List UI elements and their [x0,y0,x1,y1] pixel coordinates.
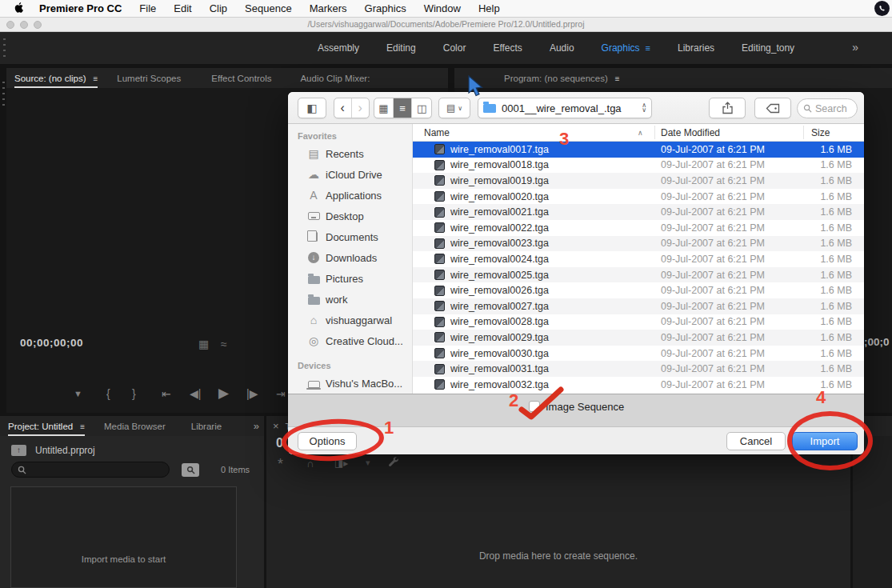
workspace-overflow-chevron-icon[interactable]: » [852,41,857,54]
menu-item-graphics[interactable]: Graphics [356,2,415,14]
file-row[interactable]: wire_removal0025.tga09-Jul-2007 at 6:21 … [413,267,864,283]
file-row[interactable]: wire_removal0031.tga09-Jul-2007 at 6:21 … [413,361,864,377]
file-row[interactable]: wire_removal0023.tga09-Jul-2007 at 6:21 … [413,236,864,252]
menu-item-clip[interactable]: Clip [201,2,236,14]
file-row[interactable]: wire_removal0022.tga09-Jul-2007 at 6:21 … [413,220,864,236]
apple-icon[interactable] [14,2,26,15]
sidebar-item-applications[interactable]: AApplications [288,185,412,206]
mark-in-icon[interactable]: { [106,387,110,400]
sidebar-item-pictures[interactable]: Pictures [288,268,412,289]
import-button[interactable]: Import [792,432,858,450]
step-forward-icon[interactable]: |▶ [246,387,258,400]
options-button[interactable]: Options [298,432,357,450]
column-header-size[interactable]: Size [811,127,830,138]
tags-button[interactable] [754,98,791,118]
file-row[interactable]: wire_removal0026.tga09-Jul-2007 at 6:21 … [413,282,864,298]
menu-item-edit[interactable]: Edit [165,2,200,14]
menu-item-help[interactable]: Help [470,2,509,14]
dialog-search-field[interactable]: Search [797,98,858,118]
cancel-button[interactable]: Cancel [726,432,786,450]
sidebar-item-icloud-drive[interactable]: ☁iCloud Drive [288,164,412,185]
add-marker-icon[interactable]: ▾ [366,458,370,468]
panel-menu-icon[interactable]: ≡ [615,74,620,83]
file-row[interactable]: wire_removal0030.tga09-Jul-2007 at 6:21 … [413,346,864,362]
menu-item-file[interactable]: File [130,2,165,14]
workspace-tab-libraries[interactable]: Libraries [664,42,728,54]
workspace-tab-color[interactable]: Color [430,42,480,54]
workspace-tab-effects[interactable]: Effects [479,42,535,54]
file-row[interactable]: wire_removal0019.tga09-Jul-2007 at 6:21 … [413,173,864,189]
tab-effect-controls[interactable]: Effect Controls [211,74,271,83]
file-row[interactable]: wire_removal0028.tga09-Jul-2007 at 6:21 … [413,314,864,330]
forward-button[interactable]: › [352,98,369,118]
file-row[interactable]: wire_removal0021.tga09-Jul-2007 at 6:21 … [413,204,864,220]
timeline-settings-wrench-icon[interactable] [388,457,399,471]
play-icon[interactable]: ▶ [218,385,229,402]
tab-audio-clip-mixer[interactable]: Audio Clip Mixer: [300,74,370,83]
sidebar-item-vishu-s-macbo[interactable]: Vishu's MacBo... [288,373,412,394]
snap-icon[interactable]: * [278,456,283,473]
workspace-tab-editing[interactable]: Editing [373,42,430,54]
share-button[interactable] [709,98,746,118]
panel-menu-icon[interactable]: ≡ [646,43,650,53]
sidebar-item-downloads[interactable]: ↓Downloads [288,247,412,268]
project-writable-icon[interactable]: ↑ [11,445,26,456]
project-search-input[interactable] [11,462,170,478]
back-button[interactable]: ‹ [334,98,352,118]
go-to-out-icon[interactable]: ⇥ [276,387,286,400]
mark-out-icon[interactable]: } [132,387,136,400]
sidebar-item-documents[interactable]: Documents [288,226,412,247]
linked-selection-icon[interactable]: ◨▸ [334,458,348,469]
image-sequence-checkbox[interactable] [529,401,540,412]
sidebar-item-vishuaggarwal[interactable]: ⌂vishuaggarwal [288,310,412,330]
sort-ascending-icon[interactable]: ∧ [638,129,643,137]
file-row[interactable]: wire_removal0029.tga09-Jul-2007 at 6:21 … [413,330,864,346]
tab-libraries[interactable]: Librarie [191,422,222,431]
project-file-name[interactable]: Untitled.prproj [35,445,95,456]
workspace-tab-editing-tony[interactable]: Editing_tony [728,42,808,54]
step-back-icon[interactable]: ◀| [190,387,201,400]
close-panel-icon[interactable]: × [273,420,279,432]
group-by-button[interactable]: ▤∨ [438,98,470,118]
app-name[interactable]: Premiere Pro CC [30,2,130,14]
menu-item-window[interactable]: Window [415,2,470,14]
sidebar-item-desktop[interactable]: Desktop [288,206,412,226]
menu-item-sequence[interactable]: Sequence [236,2,301,14]
sidebar-item-recents[interactable]: ▤Recents [288,143,412,164]
column-view-button[interactable]: ◫ [412,98,431,118]
column-header-name[interactable]: Name [424,127,450,138]
drag-audio-icon[interactable]: ≈ [221,338,227,350]
file-row[interactable]: wire_removal0018.tga09-Jul-2007 at 6:21 … [413,158,864,174]
file-row[interactable]: wire_removal0027.tga09-Jul-2007 at 6:21 … [413,298,864,314]
find-in-project-button[interactable] [182,463,199,477]
column-header-date[interactable]: Date Modified [661,127,720,138]
workspace-tab-assembly[interactable]: Assembly [304,42,373,54]
file-row[interactable]: wire_removal0032.tga09-Jul-2007 at 6:21 … [413,377,864,393]
drag-video-icon[interactable]: ▦ [198,338,209,350]
tab-media-browser[interactable]: Media Browser [104,422,166,431]
file-row[interactable]: wire_removal0017.tga09-Jul-2007 at 6:21 … [413,142,864,158]
sidebar-item-work[interactable]: work [288,289,412,310]
phone-status-icon[interactable] [874,1,890,16]
sidebar-item-creative-cloud[interactable]: ◎Creative Cloud... [288,330,412,351]
tab-source[interactable]: Source: (no clips)≡ [14,74,98,88]
go-to-in-icon[interactable]: ⇤ [162,387,171,400]
workspace-tab-graphics[interactable]: Graphics≡ [588,42,664,54]
tab-program[interactable]: Program: (no sequences)≡ [504,74,620,83]
current-folder-dropdown[interactable]: 0001__wire_removal_.tga ∧∨ [478,98,652,118]
add-marker-icon[interactable]: ▼ [74,389,82,398]
workspace-tab-audio[interactable]: Audio [536,42,588,54]
magnet-icon[interactable]: ∩ [306,458,314,470]
list-view-button[interactable]: ≡ [394,98,413,118]
file-row[interactable]: wire_removal0024.tga09-Jul-2007 at 6:21 … [413,251,864,267]
panel-menu-icon[interactable]: ≡ [93,74,98,83]
icon-view-button[interactable]: ▦ [374,98,394,118]
project-overflow-chevron-icon[interactable]: » [254,420,258,432]
file-row[interactable]: wire_removal0020.tga09-Jul-2007 at 6:21 … [413,189,864,205]
project-empty-area[interactable]: Import media to start [10,486,237,588]
tab-project[interactable]: Project: Untitled≡ [8,422,85,436]
menu-item-markers[interactable]: Markers [301,2,356,14]
tab-lumetri-scopes[interactable]: Lumetri Scopes [117,74,181,83]
panel-menu-icon[interactable]: ≡ [80,422,85,431]
sidebar-toggle-button[interactable]: ◧ [298,98,326,118]
